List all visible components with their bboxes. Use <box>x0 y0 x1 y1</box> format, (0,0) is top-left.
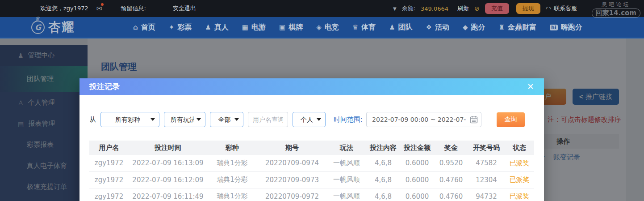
nav-item-label: 彩票 <box>177 23 192 32</box>
table-row: zgy19722022-07-09 16:12:09瑞典1分彩20220709-… <box>89 171 534 188</box>
lottery-type-select[interactable]: 所有彩种 <box>100 112 159 127</box>
slots-icon: ▦ <box>242 23 248 31</box>
notification-dot <box>101 3 104 6</box>
nav-item-hi-paofen[interactable]: hi嗨跑分 <box>550 23 582 32</box>
table-cell: 2022-07-09 16:13:09 <box>129 155 207 171</box>
nav-item-label: 电游 <box>251 23 266 32</box>
nav-item-label: 电竞 <box>325 23 339 32</box>
table-cell: 0.6000 <box>400 155 434 171</box>
eye-slash-icon[interactable]: ⊘ <box>474 5 480 12</box>
nav-item-lottery[interactable]: ✦彩票 <box>169 23 192 32</box>
table-cell: 一帆风顺 <box>327 188 366 201</box>
logo-crown-icon: ♛G <box>31 21 45 34</box>
column-header[interactable]: 期号 <box>257 141 327 155</box>
table-cell: 0.4760 <box>434 171 468 188</box>
nav-items: ⌂首页✦彩票♟真人▦电游▣棋牌◈电竞♛体育♟团队❖活动◆跑分♜金鼎财富hi嗨跑分 <box>133 23 582 32</box>
time-range-label: 时间范围: <box>334 115 363 124</box>
table-cell: 一帆风顺 <box>327 171 366 188</box>
play-type-select[interactable]: 所有玩法 <box>164 112 205 127</box>
query-button[interactable]: 查询 <box>497 112 525 127</box>
cards-icon: ▣ <box>279 23 285 31</box>
nav-item-promo[interactable]: ❖活动 <box>426 23 449 32</box>
bet-table-head-row: 用户名投注时间彩种期号玩法投注内容投注金额奖金开奖号码状态 <box>89 141 534 155</box>
reserved-info-label: 预留信息: <box>121 4 146 13</box>
lottery-icon: ✦ <box>169 23 175 31</box>
support-label: 联系客服 <box>554 4 577 13</box>
bet-records-modal: 投注记录 ✕ 从 所有彩种 所有玩法 全部 个人 时间范围: 查询 用户名投注时… <box>79 78 544 201</box>
balance-value: 349.0664 <box>421 5 448 12</box>
column-header[interactable]: 开奖号码 <box>468 141 505 155</box>
bet-records-table: 用户名投注时间彩种期号玩法投注内容投注金额奖金开奖号码状态 zgy1972202… <box>89 141 534 201</box>
table-cell: zgy1972 <box>89 188 129 201</box>
withdraw-button[interactable]: 提现 <box>516 3 540 14</box>
table-cell: 一帆风顺 <box>327 155 366 171</box>
sports-icon: ♛ <box>352 23 358 31</box>
nav-item-cards[interactable]: ▣棋牌 <box>279 23 303 32</box>
calendar-icon[interactable] <box>470 115 478 124</box>
nav-item-esports[interactable]: ◈电竞 <box>316 23 339 32</box>
table-cell: 4,6,8 <box>366 188 400 201</box>
nav-item-label: 跑分 <box>471 23 485 32</box>
esports-icon: ◈ <box>316 23 322 31</box>
modal-title: 投注记录 <box>89 81 120 92</box>
team-icon: ♟ <box>389 23 395 31</box>
column-header[interactable]: 投注内容 <box>366 141 400 155</box>
scope-select[interactable]: 个人 <box>293 112 326 127</box>
hi-paofen-icon: hi <box>550 25 558 30</box>
column-header[interactable]: 状态 <box>505 141 534 155</box>
table-cell: 0.4760 <box>434 188 468 201</box>
modal-header: 投注记录 ✕ <box>79 78 544 95</box>
date-range-input[interactable] <box>366 112 481 127</box>
column-header[interactable]: 投注时间 <box>129 141 207 155</box>
wealth-icon: ♜ <box>499 23 505 31</box>
table-cell: 94732 <box>468 188 505 201</box>
nav-item-wealth[interactable]: ♜金鼎财富 <box>499 23 536 32</box>
table-row: zgy19722022-07-09 16:13:09瑞典1分彩20220709-… <box>89 155 534 171</box>
table-cell: 瑞典1分彩 <box>207 188 257 201</box>
nav-item-team[interactable]: ♟团队 <box>389 23 412 32</box>
table-cell: zgy1972 <box>89 171 129 188</box>
nav-item-sports[interactable]: ♛体育 <box>352 23 376 32</box>
nav-item-label: 首页 <box>141 23 155 32</box>
column-header[interactable]: 玩法 <box>327 141 366 155</box>
headset-icon: ◠ <box>546 5 551 12</box>
message-icon[interactable]: ✉ <box>96 4 102 13</box>
username-search-input[interactable] <box>248 112 288 127</box>
column-header[interactable]: 用户名 <box>89 141 129 155</box>
logo-text: 杏耀 <box>48 19 75 36</box>
paofen-icon: ◆ <box>463 23 468 31</box>
chevron-down-icon[interactable]: ▼ <box>393 6 397 11</box>
status-badge: 已派奖 <box>505 155 534 171</box>
from-label: 从 <box>89 115 96 124</box>
status-badge: 已派奖 <box>505 171 534 188</box>
contact-support-link[interactable]: ◠ 联系客服 <box>546 4 577 13</box>
column-header[interactable]: 奖金 <box>434 141 468 155</box>
site-logo[interactable]: ♛G 杏耀 <box>31 19 75 36</box>
welcome-text: 欢迎您，zgy1972 <box>40 4 88 13</box>
table-cell: 12304 <box>468 171 505 188</box>
nav-item-label: 体育 <box>361 23 376 32</box>
refresh-balance-link[interactable]: 刷新 <box>457 4 469 13</box>
status-select[interactable]: 全部 <box>210 112 243 127</box>
nav-item-label: 嗨跑分 <box>561 23 582 32</box>
nav-item-live[interactable]: ♟真人 <box>205 23 228 32</box>
main-nav-bar: ♛G 杏耀 ⌂首页✦彩票♟真人▦电游▣棋牌◈电竞♛体育♟团队❖活动◆跑分♜金鼎财… <box>0 17 644 38</box>
logout-link[interactable]: 安全退出 <box>173 4 196 13</box>
home-icon: ⌂ <box>133 23 138 31</box>
nav-item-home[interactable]: ⌂首页 <box>133 23 155 32</box>
table-cell: 0.9520 <box>434 155 468 171</box>
balance-label: 余额: <box>402 4 415 13</box>
nav-item-label: 真人 <box>214 23 229 32</box>
close-icon[interactable]: ✕ <box>527 82 534 91</box>
nav-item-slots[interactable]: ▦电游 <box>242 23 266 32</box>
table-cell: 2022-07-09 16:12:09 <box>129 171 207 188</box>
status-badge: 已派奖 <box>505 188 534 201</box>
recharge-button[interactable]: 充值 <box>485 3 509 14</box>
column-header[interactable]: 彩种 <box>207 141 257 155</box>
column-header[interactable]: 投注金额 <box>400 141 434 155</box>
table-cell: 4,6,8 <box>366 155 400 171</box>
nav-item-paofen[interactable]: ◆跑分 <box>463 23 485 32</box>
filter-bar: 从 所有彩种 所有玩法 全部 个人 时间范围: 查询 <box>89 112 534 127</box>
promo-icon: ❖ <box>426 23 432 31</box>
top-bar: 欢迎您，zgy1972 ✉ 预留信息: 安全退出 ▼ 余额: 349.0664 … <box>0 0 644 17</box>
